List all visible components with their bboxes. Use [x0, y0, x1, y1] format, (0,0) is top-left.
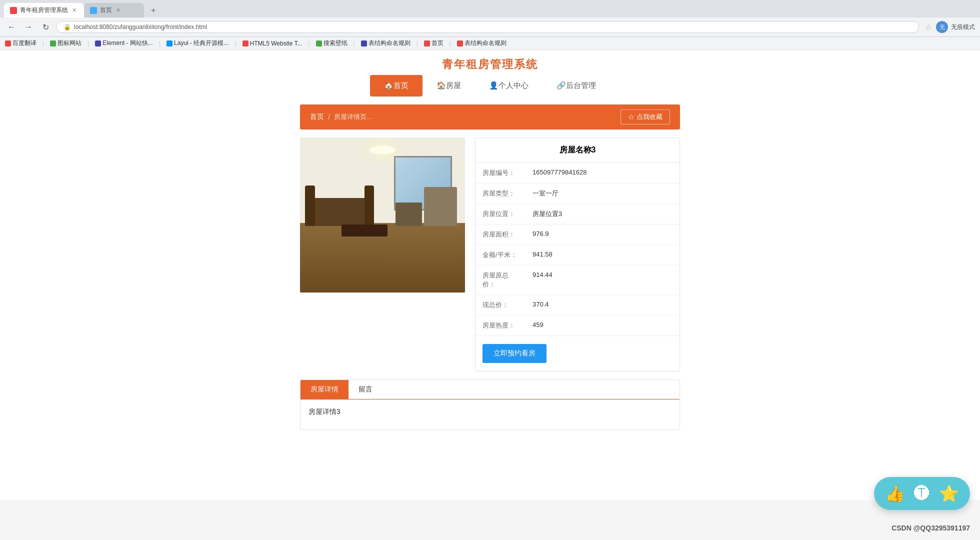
floating-widget: 👍 🅣 ⭐	[874, 477, 970, 500]
house-title: 房屋名称3	[476, 138, 680, 163]
browser-chrome: 青年租房管理系统 ✕ 首页 ✕ + ← → ↻ 🔒 localhost:8080…	[0, 0, 980, 50]
browser-tab-2[interactable]: 首页 ✕	[84, 3, 144, 18]
info-row-6: 现总价： 370.4	[476, 295, 680, 316]
room-sofa-arm-right	[364, 186, 374, 226]
bookmark-star-icon[interactable]: ☆	[925, 22, 932, 32]
bookmark-table1[interactable]: 表结构命名规则	[361, 39, 410, 48]
page-content: 青年租房管理系统 🏠首页 🏠房屋 👤个人中心 🔗后台管理 首页 / 房屋	[0, 50, 980, 500]
bookmark-icon-table1	[361, 40, 367, 46]
bookmark-icon-site[interactable]: 图标网站	[50, 39, 82, 48]
bookmark-table2[interactable]: 表结构命名规则	[457, 39, 506, 48]
bookmark-sep-5: |	[308, 40, 310, 47]
bookmark-icon-layui	[166, 40, 172, 46]
info-label-3: 房屋面积：	[476, 224, 526, 244]
room-lamp	[370, 146, 396, 155]
book-button[interactable]: 立即预约看房	[482, 344, 546, 363]
bookmark-sep-3: |	[159, 40, 160, 47]
bookmark-icon-green	[50, 40, 56, 46]
room-tv	[396, 202, 422, 226]
browser-tab-active[interactable]: 青年租房管理系统 ✕	[4, 3, 84, 18]
tab-comment-button[interactable]: 留言	[348, 380, 382, 399]
bookmark-element[interactable]: Element - 网站快...	[95, 39, 153, 48]
nav-item-home[interactable]: 🏠首页	[370, 75, 422, 96]
info-row-0: 房屋编号： 165097779841628	[476, 163, 680, 184]
info-label-7: 房屋热度：	[476, 316, 526, 336]
bookmark-icon-table2	[457, 40, 463, 46]
bookmark-html5[interactable]: HTML5 Website T...	[242, 40, 302, 47]
browser-tabs: 青年租房管理系统 ✕ 首页 ✕ +	[0, 0, 980, 18]
bookmark-icon-baidu	[5, 40, 11, 46]
book-btn-area: 立即预约看房	[476, 336, 680, 371]
reload-button[interactable]: ↻	[39, 20, 52, 34]
tab-detail-button[interactable]: 房屋详情	[300, 380, 348, 399]
breadcrumb-bar: 首页 / 房屋详情页... ☆ 点我收藏	[300, 104, 680, 130]
bookmark-label-table1: 表结构命名规则	[368, 39, 410, 48]
tab-favicon-2	[90, 7, 97, 14]
widget-star-icon[interactable]: ⭐	[939, 484, 959, 500]
bookmark-label-table2: 表结构命名规则	[464, 39, 506, 48]
bookmark-sep-8: |	[450, 40, 451, 47]
info-row-2: 房屋位置： 房屋位置3	[476, 204, 680, 224]
user-label: 无痕模式	[951, 23, 975, 32]
bookmark-layui[interactable]: Layui - 经典开源模...	[166, 39, 228, 48]
tab-favicon-1	[10, 7, 17, 14]
tab-label-2: 首页	[100, 6, 112, 14]
tab-close-1[interactable]: ✕	[72, 7, 76, 14]
site-title: 青年租房管理系统	[0, 57, 980, 72]
bookmark-label-baidu: 百度翻译	[12, 39, 36, 48]
nav-container: 🏠首页 🏠房屋 👤个人中心 🔗后台管理	[370, 75, 610, 96]
info-label-0: 房屋编号：	[476, 163, 526, 183]
security-icon: 🔒	[64, 24, 71, 30]
bookmark-home[interactable]: 首页	[424, 39, 444, 48]
info-label-2: 房屋位置：	[476, 204, 526, 224]
back-button[interactable]: ←	[5, 20, 18, 34]
breadcrumb-home[interactable]: 首页	[310, 112, 324, 122]
bookmark-label-wallpaper: 搜索壁纸	[324, 39, 348, 48]
nav-label-house: 🏠房屋	[436, 81, 461, 90]
tab-label-1: 青年租房管理系统	[20, 6, 68, 14]
info-row-1: 房屋类型： 一室一厅	[476, 184, 680, 204]
site-nav: 🏠首页 🏠房屋 👤个人中心 🔗后台管理	[0, 75, 980, 104]
bookmark-baidu[interactable]: 百度翻译	[5, 39, 36, 48]
bookmark-icon-html5	[242, 40, 248, 46]
room-cabinet	[424, 187, 457, 226]
info-value-6: 370.4	[526, 295, 680, 315]
room-sofa	[305, 198, 374, 226]
detail-section: 房屋名称3 房屋编号： 165097779841628 房屋类型： 一室一厅 房…	[300, 138, 680, 372]
nav-item-personal[interactable]: 👤个人中心	[475, 75, 542, 96]
bookmark-label-element: Element - 网站快...	[102, 39, 153, 48]
nav-item-admin[interactable]: 🔗后台管理	[542, 75, 610, 96]
info-label-5: 房屋原总价：	[476, 266, 526, 294]
user-area: 无 无痕模式	[936, 21, 975, 33]
tab-content: 房屋详情3	[300, 400, 680, 430]
widget-thumbs-up-icon[interactable]: 👍	[885, 484, 905, 500]
widget-share-icon[interactable]: 🅣	[914, 484, 930, 500]
bookmark-sep-7: |	[416, 40, 418, 47]
nav-label-admin: 🔗后台管理	[556, 81, 596, 90]
breadcrumb-sep: /	[328, 113, 330, 121]
favorite-button[interactable]: ☆ 点我收藏	[620, 110, 670, 124]
address-bar[interactable]: 🔒 localhost:8080/zufangguanlixitong/fron…	[56, 21, 919, 33]
address-text: localhost:8080/zufangguanlixitong/front/…	[74, 24, 207, 30]
site-header: 青年租房管理系统	[0, 50, 980, 75]
room-sofa-arm-left	[305, 186, 315, 226]
info-row-3: 房屋面积： 976.9	[476, 224, 680, 245]
nav-label-home: 🏠首页	[384, 81, 408, 90]
room-coffee-table	[342, 224, 388, 237]
nav-item-house[interactable]: 🏠房屋	[422, 75, 475, 96]
bookmark-sep-4: |	[234, 40, 236, 47]
house-image	[300, 138, 465, 292]
breadcrumb-current: 房屋详情页...	[334, 112, 372, 122]
info-row-7: 房屋热度： 459	[476, 316, 680, 336]
bookmark-wallpaper[interactable]: 搜索壁纸	[316, 39, 348, 48]
bookmark-icon-element	[95, 40, 101, 46]
room-background	[300, 138, 465, 292]
info-value-1: 一室一厅	[526, 184, 680, 204]
forward-button[interactable]: →	[22, 20, 35, 34]
new-tab-button[interactable]: +	[148, 6, 158, 15]
info-value-4: 941.58	[526, 245, 680, 265]
bookmark-sep-2: |	[88, 40, 89, 47]
info-value-7: 459	[526, 316, 680, 336]
browser-toolbar: ← → ↻ 🔒 localhost:8080/zufangguanlixiton…	[0, 18, 980, 37]
tab-close-2[interactable]: ✕	[116, 7, 120, 14]
